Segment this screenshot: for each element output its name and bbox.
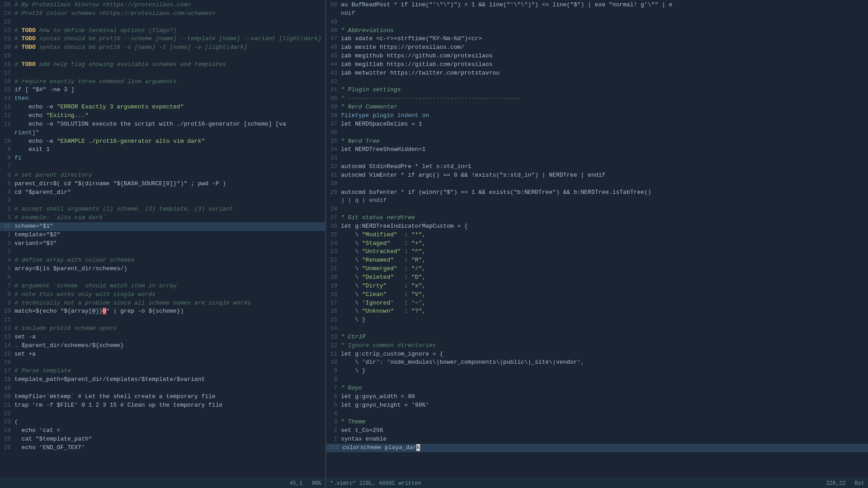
line-number: 19 — [2, 52, 14, 61]
line-number: 4 — [2, 188, 14, 197]
line-content: then — [14, 94, 28, 103]
line-number: 47 — [328, 35, 341, 43]
code-line: 13" CtrlP — [326, 333, 868, 342]
code-line: 47iab xdate <c-r>=strftime("%Y-%m-%d")<c… — [326, 35, 868, 43]
line-number: 10 — [2, 307, 14, 316]
line-number: 46 — [328, 43, 341, 52]
line-content: ( — [14, 418, 18, 427]
line-number: 13 — [2, 333, 14, 342]
code-line: 15set +a — [0, 350, 325, 359]
line-content: # set parent directory — [14, 171, 92, 180]
code-line: 20 \ "Deleted" : "D", — [326, 273, 868, 282]
line-number: 10 — [328, 358, 341, 367]
right-pane: 50au BufReadPost * if line("'\"\")") > 1… — [326, 0, 868, 488]
code-line: 16# require exactly three command line a… — [0, 78, 325, 86]
code-line: 46iab mesite https://protesilaos.com/ — [326, 43, 868, 52]
code-line: 2set t_Co=256 — [326, 427, 868, 435]
code-line: 16 \ "Unknown" : "?", — [326, 307, 868, 316]
line-number: 10 — [2, 137, 14, 146]
line-number: 14 — [2, 94, 14, 103]
line-number: 40 — [328, 94, 341, 103]
cursor-block: k — [416, 444, 420, 451]
line-content: echo -e "EXAMPLE ./prot16-generator alto… — [14, 137, 205, 146]
line-number: 12 — [2, 324, 14, 333]
line-number: 32 — [328, 163, 341, 171]
line-content: iab megitlab https://gitlab.com/protesil… — [341, 61, 492, 69]
line-number: 5 — [328, 401, 341, 410]
code-line: 36 — [326, 129, 868, 137]
line-content: echo 'cat < — [14, 427, 60, 435]
line-number: 18 — [328, 291, 341, 299]
line-number: 50 — [328, 1, 341, 9]
line-content: ) | q | endif — [341, 197, 387, 205]
line-content: " Git status nerdtree — [341, 214, 415, 222]
line-number: 23 — [2, 18, 14, 27]
line-number: 26 — [2, 444, 14, 452]
line-number: 43 — [328, 69, 341, 78]
code-line: 15 \ } — [326, 316, 868, 324]
code-line: 38filetype plugin indent on — [326, 112, 868, 120]
code-line: 31autocmd VimEnter * if argc() == 0 && !… — [326, 171, 868, 180]
line-content: echo -e "SOLUTION execute the script wit… — [14, 120, 286, 129]
line-content: " Plugin settings — [341, 86, 401, 94]
line-number: 4 — [328, 410, 341, 418]
line-content: " CtrlP — [341, 333, 366, 342]
left-code-area[interactable]: 25# By Protesilaos Stavrou <https://prot… — [0, 0, 325, 478]
code-line: 4cd "$parent_dir" — [0, 188, 325, 197]
line-content: " Ignore common directories — [341, 342, 436, 350]
code-line: 22 \ "Renamed" : "R", — [326, 256, 868, 265]
code-line: 23 — [0, 18, 325, 27]
line-content: exit 1 — [14, 145, 50, 154]
code-line: 29autocmd bufenter * if (winnr("$") == 1… — [326, 188, 868, 197]
code-line: 14. $parent_dir/schemes/${scheme} — [0, 342, 325, 350]
code-line: 7" Goyo — [326, 384, 868, 393]
line-content: # example: `alto vim dark` — [14, 214, 106, 222]
line-number: 24 — [328, 239, 341, 248]
code-line: 22 — [0, 410, 325, 418]
line-content: template="$2" — [14, 231, 60, 239]
right-code-area[interactable]: 50au BufReadPost * if line("'\"\")") > 1… — [326, 0, 868, 478]
line-content: iab mesite https://protesilaos.com/ — [341, 43, 464, 52]
code-line: 18template_path=$parent_dir/templates/$t… — [0, 375, 325, 384]
code-line: 228colorscheme playa_dark — [326, 444, 868, 452]
code-line: ) | q | endif — [326, 197, 868, 205]
line-number: 20 — [328, 273, 341, 282]
line-content: let NERDTreeShowHidden=1 — [341, 145, 425, 154]
line-number: 19 — [328, 282, 341, 291]
line-content: # accept shell arguments (1) scheme, (2)… — [14, 205, 233, 214]
code-line: 8fi — [0, 154, 325, 163]
code-line: 24# Prot16 colour schemes <https://prote… — [0, 9, 325, 18]
line-number: 2 — [2, 205, 14, 214]
line-number: 5 — [2, 180, 14, 188]
line-number: 20 — [2, 43, 14, 52]
line-content: let g:goyo_width = 80 — [341, 393, 415, 401]
line-content: let g:ctrlp_custom_ignore = { — [341, 350, 443, 359]
line-number: 13 — [2, 103, 14, 112]
line-content: ndif — [341, 9, 355, 18]
line-number: 23 — [2, 418, 14, 427]
line-content: # technically not a problem since all sc… — [14, 299, 251, 308]
code-line: 28 — [326, 205, 868, 214]
line-number: 4 — [2, 256, 14, 265]
left-position: 45,1 — [290, 480, 303, 487]
code-line: 10match=$(echo "${array[@]}0" | grep -o … — [0, 307, 325, 316]
code-line: 6# set parent directory — [0, 171, 325, 180]
line-number: 16 — [2, 358, 14, 367]
code-line: 13set -a — [0, 333, 325, 342]
line-number — [2, 129, 14, 137]
code-line: 37let NERDSpaceDelims = 1 — [326, 120, 868, 129]
line-number: 29 — [328, 188, 341, 197]
line-number: 9 — [328, 367, 341, 375]
code-line: 24 \ "Staged" : "+", — [326, 239, 868, 248]
line-number: 38 — [328, 112, 341, 120]
line-number: 7 — [2, 163, 14, 171]
line-number: 48 — [328, 27, 341, 35]
line-content: template_path=$parent_dir/templates/$tem… — [14, 375, 205, 384]
code-line: 19 — [0, 384, 325, 393]
line-content: autocmd StdinReadPre * let s:std_in=1 — [341, 163, 472, 171]
line-content: # By Protesilaos Stavrou <https://protes… — [14, 1, 191, 9]
line-content: iab megithub https://github.com/protesil… — [341, 52, 492, 61]
line-number: 30 — [328, 180, 341, 188]
right-status-right: 228,22 Bot — [826, 480, 864, 487]
line-number: 228 — [328, 444, 342, 452]
